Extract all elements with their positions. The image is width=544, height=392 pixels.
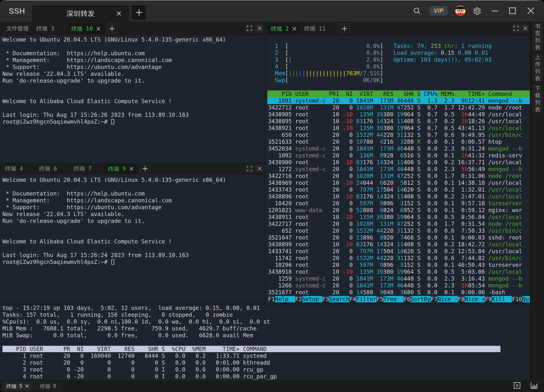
tab-label: 2 [271,25,289,32]
top-summary-line [0,339,530,346]
terminal-line: Welcome to Ubuntu 20.04.5 LTS (GNU/Linux… [2,176,265,183]
close-icon [257,166,262,171]
terminal-line: * Support: https://ubuntu.com/advantage [2,204,265,211]
htop-meter-line: 1 [ 0.0%] Tasks: 79, 253 thr; 1 running [267,43,530,49]
tab-label: 8 [40,383,56,389]
title-bar: SSH VIP [0,0,544,22]
terminal-cursor [111,119,114,124]
tab-label: 10 [71,25,93,32]
close-icon [523,26,528,31]
top-table-header-row: PID USER PR NI VIRT RES SHR S %CPU %MEM … [0,346,530,352]
right-sidebar [531,22,544,380]
htop-fkey-bar: F1Help F2Setup F3SearchF4FilterF5Tree F6… [267,296,530,303]
tab-terminal-2-active[interactable]: 2 [267,23,300,34]
tab-label: 3 [36,25,55,32]
terminal-line [2,245,265,252]
run-command-icon[interactable] [514,382,521,389]
connection-tab[interactable] [32,5,129,22]
tab-terminal-4[interactable]: 4 [5,163,23,174]
terminal-line [2,91,265,98]
panel-bottom-left-new-tab-button[interactable] [140,164,151,174]
tab-terminal-11[interactable]: 11 [304,22,326,35]
expand-icon [247,25,252,31]
htop-process-row: 3521633 root 20 0 10780 4216 3288 R 0.0 … [267,138,530,145]
tab-file-manager[interactable] [6,22,29,35]
htop-process-row: 3422712 root 20 0 1028M 131M 47252 S 0.7… [267,104,530,111]
htop-process-row: 650 root 20 0 1532M 44228 31132 S 0.7 0.… [267,131,530,138]
terminal-line: root@iZwz9hgcn5aqiewmvhl4pxZ:~# [2,259,265,265]
terminal-5-screen[interactable]: top - 15:27:19 up 103 days, 5:02, 12 use… [0,305,530,380]
panel-bottom-left-maximize-button[interactable] [245,164,254,173]
connection-tab-close-icon[interactable] [115,10,123,17]
sidebar-bookmark-list-button[interactable] [532,22,543,51]
sidebar-button-label [535,23,540,50]
maximize-button[interactable] [509,7,516,14]
terminal-line [2,84,265,91]
terminal-2-htop-screen[interactable]: 1 [ 0.0%] Tasks: 79, 253 thr; 1 running … [266,35,530,304]
htop-process-row: 3438969 root 10 -10 24044 6620 5812 S 0.… [267,179,530,186]
panel-bottom: top - 15:27:19 up 103 days, 5:02, 12 use… [0,304,530,380]
htop-process-row: 1433741 root 20 0 797M 17504 14620 S 0.0… [267,248,530,255]
app-label: SSH [9,0,25,22]
terminal-10-screen[interactable]: Welcome to Ubuntu 20.04.5 LTS (GNU/Linux… [0,35,265,163]
terminal-line: Run 'do-release-upgrade' to upgrade to i… [2,77,265,84]
close-button[interactable] [527,7,534,14]
terminal-line: New release '22.04.3 LTS' available. [2,70,265,77]
tab-terminal-10-active[interactable]: 10 [68,23,104,34]
panel-top-left-new-tab-button[interactable] [106,23,118,34]
htop-process-row: 3438899 root 10 -10 83176 14324 11408 S … [267,241,530,248]
tab-close-icon[interactable] [129,167,134,171]
htop-process-row: 652 root 20 0 1532M 44228 31132 S 0.0 0.… [267,227,530,234]
terminal-9-screen[interactable]: Welcome to Ubuntu 20.04.5 LTS (GNU/Linux… [0,174,265,304]
tab-label: 5 [6,383,23,389]
user-avatar[interactable] [455,6,465,16]
tab-close-icon[interactable] [25,384,29,388]
htop-process-row: 3521647 root 20 0 13896 8920 7468 S 0.0 … [267,234,530,241]
htop-process-row: 3438918 root 10 -10 135M 39380 19964 S 0… [267,268,530,275]
tab-terminal-7[interactable]: 7 [74,163,92,174]
settings-gear-icon[interactable] [473,7,481,15]
tab-terminal-6[interactable]: 6 [39,163,57,174]
terminal-line: * Management: https://landscape.canonica… [2,57,265,64]
panel-right-close-button[interactable] [521,24,530,33]
terminal-line [2,43,265,50]
tab-terminal-3[interactable]: 3 [36,22,55,35]
htop-process-row: 3521677 root 20 0 14588 9048 3680 S 0.0 … [267,289,530,296]
terminal-line [2,183,265,190]
new-connection-button[interactable] [131,5,146,20]
app-window: SSH VIP [0,0,544,392]
sidebar-upload-list-button[interactable] [532,54,543,82]
panel-right-new-tab-button[interactable] [339,23,350,34]
tab-terminal-9-active[interactable]: 9 [105,164,136,174]
panel-bottom-left-close-button[interactable] [255,164,264,173]
terminal-line: Welcome to Alibaba Cloud Elastic Compute… [2,98,265,105]
panel-top-left-maximize-button[interactable] [245,24,254,33]
terminal-line: root@iZwz9hgcn5aqiewmvhl4pxZ:~# [2,118,265,125]
htop-meter-line: Mem[|||||||||||||||||763M/7.51G] [267,70,530,77]
htop-process-row: 1266 systemd-c 20 0 1841M 173M 46448 S 0… [267,282,530,289]
vip-badge[interactable]: VIP [430,6,448,16]
terminal-line: New release '22.04.3 LTS' available. [2,211,265,218]
sidebar-download-list-button[interactable] [532,85,543,113]
terminal-line: Last login: Thu Aug 17 15:26:26 2023 fro… [2,111,265,118]
tab-terminal-8[interactable]: 8 [34,381,61,391]
search-icon[interactable] [413,7,421,15]
panel-top-left-tabbar: 3 10 [0,22,265,35]
expand-icon [513,25,519,31]
htop-process-row: 10296 root 20 0 597M 9896 3152 S 0.0 0.1… [267,261,530,268]
terminal-line: Run 'do-release-upgrade' to upgrade to i… [2,218,265,224]
tab-close-icon[interactable] [292,27,296,31]
htop-table-header-row: PID USER PRI NI VIRT RES SHR S CPU% MEM%… [267,90,530,97]
htop-process-row: 3438896 root 10 -10 83176 14324 11408 S … [267,193,530,200]
htop-process-row: 3438911 root 10 -10 135M 39380 19964 S 0… [267,214,530,220]
panel-right-maximize-button[interactable] [511,24,521,33]
stats-chart-icon[interactable] [530,382,538,389]
tab-close-icon[interactable] [96,27,101,31]
terminal-line: * Documentation: https://help.ubuntu.com [2,50,265,57]
htop-process-row: 10420 root 20 0 597M 9896 3152 S 0.0 0.1… [267,200,530,207]
panel-top-left-close-button[interactable] [255,24,264,33]
connection-tab-label [32,5,129,22]
tab-terminal-5-active[interactable]: 5 [2,381,33,391]
minimize-button[interactable] [491,7,498,14]
terminal-line: Welcome to Ubuntu 20.04.5 LTS (GNU/Linux… [2,36,265,43]
